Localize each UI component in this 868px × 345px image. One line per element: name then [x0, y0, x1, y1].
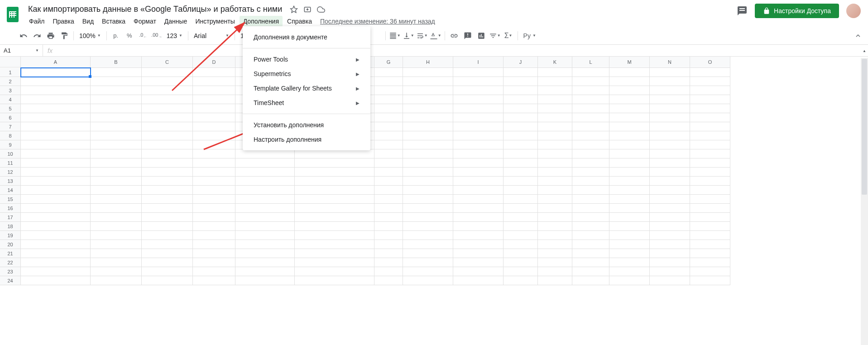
lock-icon: [763, 7, 770, 14]
col-header-J[interactable]: J: [504, 57, 538, 67]
menu-format[interactable]: Формат: [130, 16, 160, 27]
col-header-O[interactable]: O: [690, 57, 730, 67]
menu-view[interactable]: Вид: [79, 16, 97, 27]
dd-supermetrics[interactable]: Supermetrics▶: [243, 67, 370, 81]
toolbar: 100%▼ р. % .0← .00→ 123▼ Arial▼ 10 ▼ ▼ ▼…: [0, 27, 868, 45]
functions-button[interactable]: Σ▼: [502, 29, 515, 42]
row-header-23[interactable]: 23: [0, 267, 20, 276]
vertical-scrollbar[interactable]: [861, 58, 868, 345]
fx-icon: fx: [43, 47, 57, 54]
dd-manage-addons[interactable]: Настроить дополнения: [243, 132, 370, 147]
row-header-7[interactable]: 7: [0, 122, 20, 131]
col-header-G[interactable]: G: [374, 57, 403, 67]
decrease-decimal-button[interactable]: .0←: [137, 29, 149, 42]
paint-format-button[interactable]: [58, 29, 71, 42]
user-avatar[interactable]: [846, 4, 861, 18]
menu-data[interactable]: Данные: [161, 16, 191, 27]
row-header-15[interactable]: 15: [0, 195, 20, 204]
comment-button[interactable]: [461, 29, 474, 42]
name-box[interactable]: A1▼: [0, 45, 43, 56]
dd-power-tools[interactable]: Power Tools▶: [243, 52, 370, 67]
sheets-logo[interactable]: [4, 5, 22, 24]
addons-dropdown-menu: Дополнения в документе Power Tools▶ Supe…: [243, 26, 370, 150]
row-header-11[interactable]: 11: [0, 158, 20, 168]
row-header-16[interactable]: 16: [0, 204, 20, 213]
last-edit-link[interactable]: Последнее изменение: 36 минут назад: [317, 16, 439, 27]
dd-install-addons[interactable]: Установить дополнения: [243, 118, 370, 132]
col-header-H[interactable]: H: [403, 57, 453, 67]
filter-button[interactable]: ▼: [489, 29, 501, 42]
dd-document-addons[interactable]: Дополнения в документе: [243, 30, 370, 44]
col-header-A[interactable]: A: [21, 57, 91, 67]
menu-edit[interactable]: Правка: [49, 16, 77, 27]
percent-button[interactable]: %: [123, 29, 136, 42]
increase-decimal-button[interactable]: .00→: [150, 29, 163, 42]
col-header-K[interactable]: K: [538, 57, 572, 67]
grid-body[interactable]: [21, 68, 730, 285]
select-all-corner[interactable]: [0, 57, 21, 67]
menu-addons[interactable]: Дополнения: [240, 16, 283, 27]
dd-template-gallery[interactable]: Template Gallery for Sheets▶: [243, 81, 370, 96]
row-header-13[interactable]: 13: [0, 177, 20, 186]
row-header-17[interactable]: 17: [0, 213, 20, 222]
row-header-20[interactable]: 20: [0, 240, 20, 249]
move-icon[interactable]: [303, 5, 312, 14]
dd-timesheet[interactable]: TimeSheet▶: [243, 96, 370, 110]
share-label: Настройки Доступа: [774, 7, 831, 14]
print-button[interactable]: [44, 29, 57, 42]
undo-button[interactable]: [17, 29, 30, 42]
menu-insert[interactable]: Вставка: [98, 16, 129, 27]
row-header-22[interactable]: 22: [0, 258, 20, 267]
row-header-24[interactable]: 24: [0, 276, 20, 285]
link-button[interactable]: [448, 29, 460, 42]
row-header-21[interactable]: 21: [0, 249, 20, 258]
row-header-8[interactable]: 8: [0, 131, 20, 140]
more-formats-dropdown[interactable]: 123▼: [164, 32, 185, 39]
cloud-icon[interactable]: [317, 5, 326, 14]
row-header-9[interactable]: 9: [0, 140, 20, 149]
column-headers: ABCDEFGHIJKLMNO: [21, 57, 730, 68]
redo-button[interactable]: [31, 29, 43, 42]
wrap-button[interactable]: ▼: [416, 29, 428, 42]
row-header-4[interactable]: 4: [0, 95, 20, 104]
row-header-12[interactable]: 12: [0, 168, 20, 177]
language-button[interactable]: Ру▼: [521, 32, 539, 39]
row-header-5[interactable]: 5: [0, 104, 20, 113]
menu-help[interactable]: Справка: [283, 16, 316, 27]
document-title[interactable]: Как импортировать данные в «Google Табли…: [25, 4, 285, 15]
comments-icon[interactable]: [737, 5, 748, 16]
expand-toolbar-button[interactable]: [852, 29, 864, 42]
row-header-19[interactable]: 19: [0, 231, 20, 240]
row-header-6[interactable]: 6: [0, 113, 20, 122]
row-headers: 123456789101112131415161718192021222324: [0, 68, 21, 285]
chart-button[interactable]: [475, 29, 488, 42]
col-header-D[interactable]: D: [193, 57, 235, 67]
menu-file[interactable]: Файл: [25, 16, 48, 27]
col-header-I[interactable]: I: [453, 57, 504, 67]
formula-bar[interactable]: [57, 45, 868, 56]
menu-tools[interactable]: Инструменты: [192, 16, 238, 27]
col-header-B[interactable]: B: [91, 57, 142, 67]
svg-marker-0: [291, 6, 297, 12]
col-header-N[interactable]: N: [650, 57, 690, 67]
share-button[interactable]: Настройки Доступа: [755, 4, 839, 18]
zoom-dropdown[interactable]: 100%▼: [77, 32, 104, 39]
col-header-L[interactable]: L: [572, 57, 609, 67]
row-header-10[interactable]: 10: [0, 149, 20, 158]
valign-button[interactable]: ▼: [402, 29, 415, 42]
font-dropdown[interactable]: Arial▼: [191, 32, 232, 39]
row-header-14[interactable]: 14: [0, 186, 20, 195]
row-header-1[interactable]: 1: [0, 68, 20, 77]
row-header-2[interactable]: 2: [0, 77, 20, 86]
star-icon[interactable]: [289, 5, 298, 14]
rotate-button[interactable]: ▼: [429, 29, 442, 42]
row-header-18[interactable]: 18: [0, 222, 20, 231]
align-button[interactable]: ▼: [388, 29, 401, 42]
currency-button[interactable]: р.: [110, 29, 122, 42]
col-header-M[interactable]: M: [609, 57, 650, 67]
col-header-C[interactable]: C: [142, 57, 193, 67]
row-header-3[interactable]: 3: [0, 86, 20, 95]
